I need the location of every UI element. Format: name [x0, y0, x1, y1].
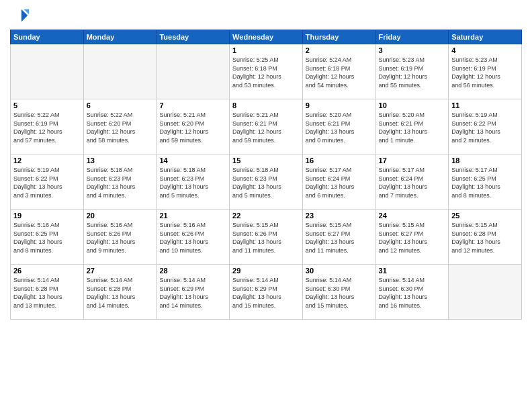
calendar-week-5: 26Sunrise: 5:14 AMSunset: 6:28 PMDayligh… — [11, 265, 522, 320]
calendar-cell: 16Sunrise: 5:17 AMSunset: 6:24 PMDayligh… — [302, 154, 375, 210]
calendar-cell: 17Sunrise: 5:17 AMSunset: 6:24 PMDayligh… — [375, 154, 449, 210]
day-number: 19 — [13, 212, 81, 220]
calendar-header-row: SundayMondayTuesdayWednesdayThursdayFrid… — [11, 30, 522, 44]
calendar-cell: 14Sunrise: 5:18 AMSunset: 6:23 PMDayligh… — [157, 154, 230, 210]
calendar-cell: 10Sunrise: 5:20 AMSunset: 6:21 PMDayligh… — [375, 99, 449, 154]
calendar-week-3: 12Sunrise: 5:19 AMSunset: 6:22 PMDayligh… — [11, 154, 522, 210]
day-number: 1 — [232, 46, 300, 54]
day-number: 11 — [451, 101, 519, 109]
calendar-header-tuesday: Tuesday — [157, 30, 230, 44]
day-info: Sunrise: 5:24 AMSunset: 6:18 PMDaylight:… — [306, 56, 373, 89]
calendar-cell: 6Sunrise: 5:22 AMSunset: 6:20 PMDaylight… — [83, 99, 157, 154]
calendar-cell: 5Sunrise: 5:22 AMSunset: 6:19 PMDaylight… — [11, 99, 84, 154]
day-info: Sunrise: 5:15 AMSunset: 6:28 PMDaylight:… — [451, 221, 519, 255]
day-info: Sunrise: 5:21 AMSunset: 6:21 PMDaylight:… — [232, 111, 300, 144]
day-number: 12 — [13, 156, 81, 165]
header — [10, 7, 522, 26]
day-info: Sunrise: 5:14 AMSunset: 6:28 PMDaylight:… — [13, 276, 81, 310]
day-number: 2 — [306, 46, 373, 54]
day-info: Sunrise: 5:19 AMSunset: 6:22 PMDaylight:… — [13, 166, 81, 199]
calendar-cell: 23Sunrise: 5:15 AMSunset: 6:27 PMDayligh… — [302, 210, 375, 265]
calendar-cell — [11, 44, 84, 99]
day-info: Sunrise: 5:15 AMSunset: 6:27 PMDaylight:… — [379, 221, 446, 255]
day-number: 14 — [159, 156, 226, 165]
calendar-header-saturday: Saturday — [449, 30, 522, 44]
calendar-cell: 20Sunrise: 5:16 AMSunset: 6:26 PMDayligh… — [83, 210, 157, 265]
day-number: 31 — [379, 267, 446, 275]
calendar-cell: 7Sunrise: 5:21 AMSunset: 6:20 PMDaylight… — [157, 99, 230, 154]
day-number: 23 — [306, 212, 373, 220]
calendar-cell: 25Sunrise: 5:15 AMSunset: 6:28 PMDayligh… — [449, 210, 522, 265]
calendar-cell: 28Sunrise: 5:14 AMSunset: 6:29 PMDayligh… — [157, 265, 230, 320]
day-number: 26 — [13, 267, 81, 275]
calendar-cell: 24Sunrise: 5:15 AMSunset: 6:27 PMDayligh… — [375, 210, 449, 265]
day-info: Sunrise: 5:15 AMSunset: 6:27 PMDaylight:… — [306, 221, 373, 255]
calendar-cell: 22Sunrise: 5:15 AMSunset: 6:26 PMDayligh… — [230, 210, 303, 265]
day-number: 25 — [451, 212, 519, 220]
calendar-cell — [157, 44, 230, 99]
calendar-cell: 26Sunrise: 5:14 AMSunset: 6:28 PMDayligh… — [11, 265, 84, 320]
calendar-cell: 2Sunrise: 5:24 AMSunset: 6:18 PMDaylight… — [302, 44, 375, 99]
calendar-cell: 29Sunrise: 5:14 AMSunset: 6:29 PMDayligh… — [230, 265, 303, 320]
day-number: 15 — [232, 156, 300, 165]
calendar-cell: 3Sunrise: 5:23 AMSunset: 6:19 PMDaylight… — [375, 44, 449, 99]
day-number: 24 — [379, 212, 446, 220]
day-number: 30 — [306, 267, 373, 275]
day-info: Sunrise: 5:14 AMSunset: 6:30 PMDaylight:… — [379, 276, 446, 310]
calendar-cell: 1Sunrise: 5:25 AMSunset: 6:18 PMDaylight… — [230, 44, 303, 99]
day-number: 8 — [232, 101, 300, 109]
day-number: 27 — [87, 267, 154, 275]
day-number: 7 — [159, 101, 226, 109]
calendar-header-monday: Monday — [83, 30, 157, 44]
day-number: 18 — [451, 156, 519, 165]
calendar-cell: 8Sunrise: 5:21 AMSunset: 6:21 PMDaylight… — [230, 99, 303, 154]
day-number: 28 — [159, 267, 226, 275]
day-number: 9 — [306, 101, 373, 109]
calendar-cell: 12Sunrise: 5:19 AMSunset: 6:22 PMDayligh… — [11, 154, 84, 210]
calendar-cell: 19Sunrise: 5:16 AMSunset: 6:25 PMDayligh… — [11, 210, 84, 265]
day-info: Sunrise: 5:19 AMSunset: 6:22 PMDaylight:… — [451, 111, 519, 144]
day-info: Sunrise: 5:16 AMSunset: 6:26 PMDaylight:… — [159, 221, 226, 255]
day-number: 6 — [87, 101, 154, 109]
day-info: Sunrise: 5:18 AMSunset: 6:23 PMDaylight:… — [232, 166, 300, 199]
day-info: Sunrise: 5:17 AMSunset: 6:25 PMDaylight:… — [451, 166, 519, 199]
calendar-cell — [83, 44, 157, 99]
day-number: 5 — [13, 101, 81, 109]
calendar-cell — [449, 265, 522, 320]
calendar-header-sunday: Sunday — [11, 30, 84, 44]
calendar-cell: 9Sunrise: 5:20 AMSunset: 6:21 PMDaylight… — [302, 99, 375, 154]
calendar-header-wednesday: Wednesday — [230, 30, 303, 44]
calendar-cell: 11Sunrise: 5:19 AMSunset: 6:22 PMDayligh… — [449, 99, 522, 154]
day-info: Sunrise: 5:17 AMSunset: 6:24 PMDaylight:… — [379, 166, 446, 199]
day-number: 20 — [87, 212, 154, 220]
day-info: Sunrise: 5:14 AMSunset: 6:29 PMDaylight:… — [232, 276, 300, 310]
day-info: Sunrise: 5:14 AMSunset: 6:29 PMDaylight:… — [159, 276, 226, 310]
day-number: 3 — [379, 46, 446, 54]
logo-icon — [10, 7, 29, 26]
day-info: Sunrise: 5:23 AMSunset: 6:19 PMDaylight:… — [451, 56, 519, 89]
day-info: Sunrise: 5:15 AMSunset: 6:26 PMDaylight:… — [232, 221, 300, 255]
calendar-week-2: 5Sunrise: 5:22 AMSunset: 6:19 PMDaylight… — [11, 99, 522, 154]
calendar-cell: 13Sunrise: 5:18 AMSunset: 6:23 PMDayligh… — [83, 154, 157, 210]
day-info: Sunrise: 5:22 AMSunset: 6:20 PMDaylight:… — [87, 111, 154, 144]
calendar-cell: 27Sunrise: 5:14 AMSunset: 6:28 PMDayligh… — [83, 265, 157, 320]
day-info: Sunrise: 5:18 AMSunset: 6:23 PMDaylight:… — [159, 166, 226, 199]
day-number: 4 — [451, 46, 519, 54]
calendar-cell: 30Sunrise: 5:14 AMSunset: 6:30 PMDayligh… — [302, 265, 375, 320]
calendar-cell: 18Sunrise: 5:17 AMSunset: 6:25 PMDayligh… — [449, 154, 522, 210]
calendar-cell: 15Sunrise: 5:18 AMSunset: 6:23 PMDayligh… — [230, 154, 303, 210]
day-info: Sunrise: 5:16 AMSunset: 6:25 PMDaylight:… — [13, 221, 81, 255]
day-info: Sunrise: 5:14 AMSunset: 6:28 PMDaylight:… — [87, 276, 154, 310]
calendar-week-4: 19Sunrise: 5:16 AMSunset: 6:25 PMDayligh… — [11, 210, 522, 265]
day-info: Sunrise: 5:20 AMSunset: 6:21 PMDaylight:… — [306, 111, 373, 144]
day-info: Sunrise: 5:22 AMSunset: 6:19 PMDaylight:… — [13, 111, 81, 144]
day-number: 29 — [232, 267, 300, 275]
day-number: 21 — [159, 212, 226, 220]
day-info: Sunrise: 5:18 AMSunset: 6:23 PMDaylight:… — [87, 166, 154, 199]
day-number: 16 — [306, 156, 373, 165]
day-info: Sunrise: 5:14 AMSunset: 6:30 PMDaylight:… — [306, 276, 373, 310]
day-number: 17 — [379, 156, 446, 165]
calendar: SundayMondayTuesdayWednesdayThursdayFrid… — [10, 30, 522, 320]
day-info: Sunrise: 5:20 AMSunset: 6:21 PMDaylight:… — [379, 111, 446, 144]
day-info: Sunrise: 5:16 AMSunset: 6:26 PMDaylight:… — [87, 221, 154, 255]
